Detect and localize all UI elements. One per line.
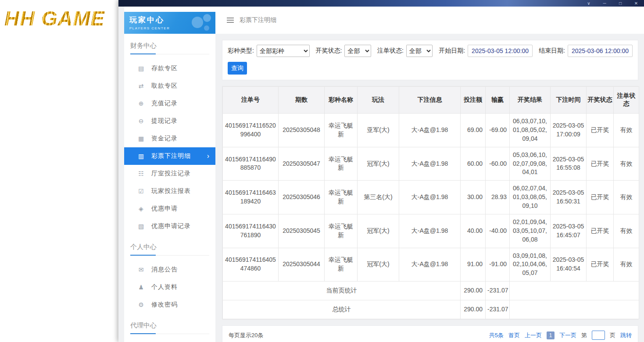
draw-status-select[interactable]: 全部 — [344, 45, 371, 57]
sidebar-item[interactable]: ☷厅室投注记录 — [124, 165, 215, 182]
cell: 20250305045 — [279, 214, 325, 248]
start-date-label: 开始日期: — [439, 47, 465, 55]
game-controller-icon — [192, 14, 212, 32]
cell: 幸运飞艇新 — [325, 181, 358, 214]
cell: 第三名(大) — [358, 181, 399, 214]
end-date-input[interactable] — [568, 45, 633, 57]
cell: 40.00 — [461, 214, 486, 248]
cell: 已开奖 — [587, 181, 614, 214]
summary-bet-total: 290.00 — [461, 300, 486, 319]
sidebar-item[interactable]: ♟个人资料 — [124, 278, 215, 296]
hall-bet-record-icon: ☷ — [137, 170, 145, 177]
cell: 06,03,07,10,01,08,05,02,09,04 — [510, 114, 551, 147]
sidebar-item[interactable]: ▧优惠申请记录 — [124, 217, 215, 235]
column-header: 下注信息 — [399, 87, 461, 114]
prev-page-link[interactable]: 上一页 — [525, 331, 542, 339]
sidebar-item[interactable]: ⚙修改密码 — [124, 296, 215, 314]
cell: -91.00 — [486, 248, 510, 281]
summary-winloss-total: -231.07 — [486, 300, 510, 319]
sidebar-item[interactable]: ▥彩票下注明细› — [124, 147, 215, 165]
sidebar-item[interactable]: ⊖提现记录 — [124, 112, 215, 130]
pager: 共5条 首页 上一页 1 下一页 第 页 跳转 — [489, 331, 632, 340]
draw-status-label: 开奖状态: — [316, 47, 342, 55]
sidebar: 玩家中心 PLAYERS CENTER 财务中心▤存款专区⇄取款专区⊕充值记录⊖… — [124, 7, 215, 342]
lottery-type-select[interactable]: 全部彩种 — [257, 45, 310, 57]
column-header: 开奖结果 — [510, 87, 551, 114]
sidebar-item[interactable]: ⇄取款专区 — [124, 77, 215, 95]
promo-apply-icon: ◈ — [137, 205, 145, 212]
sidebar-item[interactable]: ☑玩家投注报表 — [124, 182, 215, 200]
sidebar-item[interactable]: ⊕充值记录 — [124, 95, 215, 112]
chevron-right-icon: › — [207, 152, 209, 160]
hamburger-menu-icon[interactable] — [227, 20, 234, 21]
pagination-panel: 每页显示20条 共5条 首页 上一页 1 下一页 第 页 跳转 — [222, 325, 638, 342]
cell: 冠军(大) — [358, 214, 399, 248]
cell: 91.00 — [461, 248, 486, 281]
first-page-link[interactable]: 首页 — [508, 331, 520, 339]
column-header: 彩种名称 — [325, 87, 358, 114]
sidebar-section: 个人中心✉消息公告♟个人资料⚙修改密码 — [124, 235, 215, 314]
table-row[interactable]: 40156917411649088587020250305047幸运飞艇新冠军(… — [223, 147, 639, 181]
cell: 401569174116405474860 — [223, 248, 279, 281]
cell: 20250305047 — [279, 147, 325, 181]
cell: 大-A盘@1.98 — [399, 114, 461, 147]
sidebar-section-title: 代理中心 — [130, 321, 209, 334]
main-column: 彩票下注明细 彩种类型: 全部彩种 开奖状态: 全部 注单状态: 全部 开始日期… — [215, 7, 644, 342]
cell: 20250305048 — [279, 114, 325, 147]
sidebar-item[interactable]: ▤存款专区 — [124, 60, 215, 77]
recharge-record-icon: ⊕ — [137, 100, 145, 107]
table-row[interactable]: 40156917411652099640020250305048幸运飞艇新亚军(… — [223, 114, 639, 147]
table-row[interactable]: 40156917411646318942020250305046幸运飞艇新第三名… — [223, 181, 639, 214]
sidebar-item-label: 厅室投注记录 — [151, 170, 191, 178]
sidebar-item[interactable]: ✉消息公告 — [124, 261, 215, 278]
withdraw-record-icon: ⊖ — [137, 118, 145, 125]
window-maximize-icon[interactable]: □ — [612, 0, 628, 7]
bet-table: 注单号期数彩种名称玩法下注信息投注额输赢开奖结果下注时间开奖状态注单状态 401… — [222, 86, 639, 319]
cell: 幸运飞艇新 — [325, 147, 358, 181]
page-title: 彩票下注明细 — [240, 16, 276, 24]
start-date-input[interactable] — [468, 45, 533, 57]
sidebar-item-label: 提现记录 — [151, 117, 178, 125]
cell: 大-A盘@1.98 — [399, 147, 461, 181]
sidebar-items: ▯代理规则说明 — [124, 334, 215, 342]
window-menu-chevron-icon[interactable]: ∨ — [581, 0, 597, 7]
order-status-select[interactable]: 全部 — [406, 45, 433, 57]
table-row[interactable]: 40156917411640547486020250305044幸运飞艇新冠军(… — [223, 248, 639, 281]
cell: 2025-03-05 16:55:08 — [551, 147, 587, 181]
sidebar-item[interactable]: ◈优惠申请 — [124, 200, 215, 217]
column-header: 输赢 — [486, 87, 510, 114]
summary-winloss-total: -231.07 — [486, 281, 510, 300]
sidebar-item-label: 取款专区 — [151, 82, 178, 90]
sidebar-item[interactable]: ▦资金记录 — [124, 130, 215, 147]
cell: 亚军(大) — [358, 114, 399, 147]
summary-bet-total: 290.00 — [461, 281, 486, 300]
cell: 2025-03-05 16:45:07 — [551, 214, 587, 248]
page-jump-input[interactable] — [592, 331, 605, 340]
sidebar-item[interactable]: ▯代理规则说明 — [124, 339, 215, 342]
main-content: 彩种类型: 全部彩种 开奖状态: 全部 注单状态: 全部 开始日期: 结束日期:… — [215, 34, 644, 342]
sidebar-section-title: 财务中心 — [130, 42, 209, 54]
cell: 69.00 — [461, 114, 486, 147]
change-password-icon: ⚙ — [137, 301, 145, 308]
withdraw-icon: ⇄ — [137, 82, 145, 89]
cell: 有效 — [614, 181, 639, 214]
table-row[interactable]: 40156917411643076189020250305045幸运飞艇新冠军(… — [223, 214, 639, 248]
summary-empty — [510, 300, 639, 319]
sidebar-item-label: 修改密码 — [151, 301, 178, 309]
column-header: 玩法 — [358, 87, 399, 114]
cell: 06,02,07,04,01,03,08,05,09,10 — [510, 181, 551, 214]
jump-button[interactable]: 跳转 — [620, 331, 632, 339]
window-close-icon[interactable]: ✕ — [628, 0, 644, 7]
window-minimize-icon[interactable]: ─ — [597, 0, 612, 7]
search-button[interactable]: 查询 — [228, 62, 247, 75]
column-header: 期数 — [279, 87, 325, 114]
cell: 幸运飞艇新 — [325, 248, 358, 281]
cell: 05,03,06,10,02,07,09,08,04,01 — [510, 147, 551, 181]
funds-record-icon: ▦ — [137, 135, 145, 142]
next-page-link[interactable]: 下一页 — [559, 331, 576, 339]
current-page-badge[interactable]: 1 — [547, 331, 555, 339]
cell: 已开奖 — [587, 248, 614, 281]
player-bet-report-icon: ☑ — [137, 188, 145, 195]
filter-row: 彩种类型: 全部彩种 开奖状态: 全部 注单状态: 全部 开始日期: 结束日期: — [228, 45, 633, 57]
cell: 幸运飞艇新 — [325, 214, 358, 248]
